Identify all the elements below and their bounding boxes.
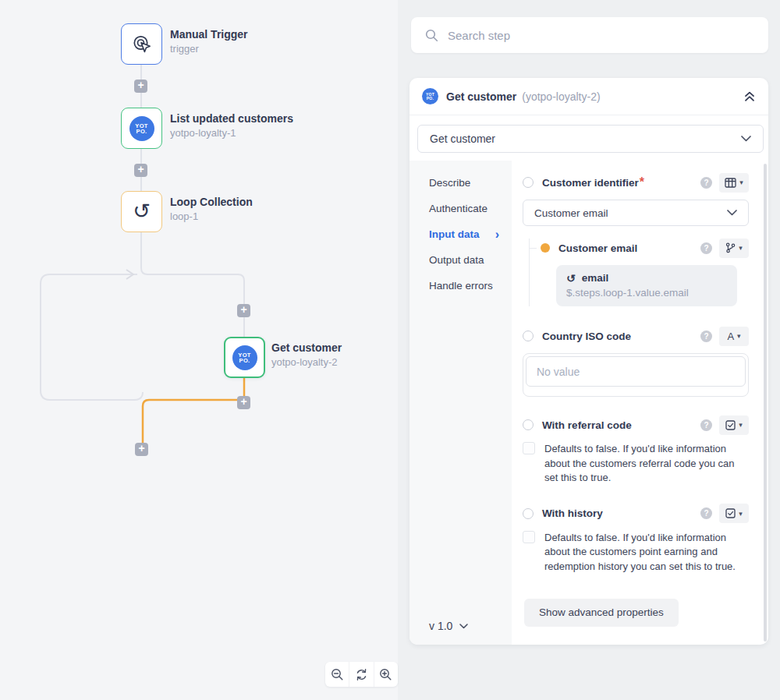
refresh-icon <box>355 668 368 681</box>
field-description: Defaults to false. If you'd like informa… <box>544 442 746 486</box>
field-header-country-iso: Country ISO code ? A ▾ <box>523 327 749 345</box>
operation-select[interactable]: Get customer <box>417 125 764 153</box>
workflow-canvas[interactable]: Manual Trigger trigger YOT PO. List upda… <box>0 0 406 700</box>
step-properties-panel: YOT PO. Get customer (yotpo-loyalty-2) G… <box>410 78 768 645</box>
with-history-field: Defaults to false. If you'd like informa… <box>523 531 749 574</box>
zoom-in-icon <box>379 668 392 681</box>
zoom-out-button[interactable] <box>325 662 349 687</box>
nav-item-input-data[interactable]: Input data › <box>410 221 512 247</box>
field-type-button[interactable]: A ▾ <box>719 327 749 346</box>
loop-icon: ↺ <box>566 273 576 284</box>
node-list-updated-customers[interactable]: YOT PO. <box>121 108 162 149</box>
node-label-list-updated-customers: List updated customers yotpo-loyalty-1 <box>170 112 293 139</box>
help-icon[interactable]: ? <box>700 331 712 342</box>
nav-item-handle-errors[interactable]: Handle errors <box>410 273 512 299</box>
node-title: Manual Trigger <box>170 28 248 41</box>
version-select[interactable]: v 1.0 <box>429 620 468 632</box>
mapped-value-box[interactable]: ↺ email $.steps.loop-1.value.email <box>556 265 737 306</box>
help-icon[interactable]: ? <box>700 177 712 189</box>
node-title: Loop Collection <box>170 196 253 208</box>
node-label-get-customer: Get customer yotpo-loyalty-2 <box>271 341 342 368</box>
caret-down-icon: ▾ <box>739 510 743 518</box>
scrollbar[interactable] <box>764 164 767 642</box>
add-step-button[interactable]: + <box>134 164 147 177</box>
search-input[interactable] <box>448 29 754 42</box>
yotpo-icon-text: PO. <box>427 97 434 101</box>
field-header-with-referral-code: With referral code ? ▾ <box>523 415 749 434</box>
field-type-button[interactable]: ▾ <box>719 173 749 193</box>
node-subtitle: yotpo-loyalty-1 <box>170 127 293 139</box>
search-step-bar[interactable] <box>411 17 768 53</box>
chevron-right-icon: › <box>495 229 499 239</box>
branch-icon <box>725 242 736 253</box>
field-toggle-radio[interactable] <box>523 508 534 519</box>
operation-select-value: Get customer <box>430 133 495 145</box>
node-title: List updated customers <box>170 112 293 125</box>
field-label: With referral code <box>542 419 632 431</box>
help-icon[interactable]: ? <box>700 507 712 519</box>
node-subtitle: trigger <box>170 43 248 55</box>
field-type-button[interactable]: ▾ <box>719 239 749 258</box>
with-referral-code-checkbox[interactable] <box>523 442 535 454</box>
nav-item-output-data[interactable]: Output data <box>410 247 512 273</box>
chevron-down-icon <box>741 136 751 142</box>
loop-return-connector <box>41 274 143 400</box>
node-subtitle: yotpo-loyalty-2 <box>271 356 342 368</box>
panel-header: YOT PO. Get customer (yotpo-loyalty-2) <box>410 78 768 115</box>
caret-down-icon: ▾ <box>737 332 741 340</box>
nav-item-describe[interactable]: Describe <box>410 170 512 196</box>
node-loop-collection[interactable]: ↺ <box>121 191 162 232</box>
required-asterisk: * <box>640 175 644 189</box>
caret-down-icon: ▾ <box>739 244 743 252</box>
customer-identifier-select[interactable]: Customer email <box>523 200 749 226</box>
table-icon <box>725 178 736 188</box>
field-toggle-radio[interactable] <box>523 177 534 188</box>
workflow-connectors <box>0 0 406 700</box>
search-icon <box>425 29 438 42</box>
checkbox-type-icon <box>725 508 736 518</box>
country-iso-field: No value <box>523 353 749 397</box>
nav-item-authenticate[interactable]: Authenticate <box>410 196 512 221</box>
zoom-out-icon <box>331 668 344 681</box>
yotpo-icon: YOT PO. <box>232 345 257 370</box>
text-type-icon: A <box>727 331 734 342</box>
add-step-button[interactable]: + <box>134 80 147 93</box>
node-get-customer[interactable]: YOT PO. <box>224 337 265 378</box>
node-manual-trigger[interactable] <box>121 23 162 65</box>
canvas-zoom-toolbar <box>325 662 398 687</box>
help-icon[interactable]: ? <box>700 419 712 431</box>
mapped-indicator-dot <box>541 243 550 253</box>
country-iso-input[interactable]: No value <box>526 356 746 387</box>
mapped-value-name: email <box>582 272 609 284</box>
panel-nav: Describe Authenticate Input data › Outpu… <box>410 161 512 645</box>
zoom-in-button[interactable] <box>374 662 398 687</box>
loop-icon: ↺ <box>133 201 151 222</box>
double-chevron-up-icon <box>743 90 756 102</box>
version-label: v 1.0 <box>429 620 452 632</box>
panel-title: Get customer <box>446 90 516 103</box>
field-type-button[interactable]: ▾ <box>719 415 749 435</box>
field-header-customer-identifier: Customer identifier * ? ▾ <box>523 173 749 192</box>
add-step-button[interactable]: + <box>237 396 250 409</box>
yotpo-icon: YOT PO. <box>422 88 438 104</box>
caret-down-icon: ▾ <box>739 179 743 186</box>
node-label-manual-trigger: Manual Trigger trigger <box>170 28 248 55</box>
reset-view-button[interactable] <box>349 662 373 687</box>
with-referral-code-field: Defaults to false. If you'd like informa… <box>523 442 749 486</box>
field-label: Customer identifier <box>542 177 639 189</box>
show-advanced-properties-button[interactable]: Show advanced properties <box>524 599 679 627</box>
yotpo-icon-text: PO. <box>136 129 147 134</box>
subproperty-customer-email: Customer email ? ▾ <box>529 239 749 306</box>
add-step-button[interactable]: + <box>135 443 148 456</box>
help-icon[interactable]: ? <box>700 242 712 254</box>
field-toggle-radio[interactable] <box>523 419 534 430</box>
field-label: With history <box>542 507 603 519</box>
collapse-panel-button[interactable] <box>743 90 756 102</box>
field-type-button[interactable]: ▾ <box>719 504 749 523</box>
field-toggle-radio[interactable] <box>523 331 534 341</box>
panel-subtitle: (yotpo-loyalty-2) <box>522 90 600 103</box>
field-label: Customer email <box>558 242 637 254</box>
connector-loop-to-getcustomer <box>141 232 244 337</box>
add-step-button[interactable]: + <box>237 304 250 317</box>
with-history-checkbox[interactable] <box>523 531 535 543</box>
